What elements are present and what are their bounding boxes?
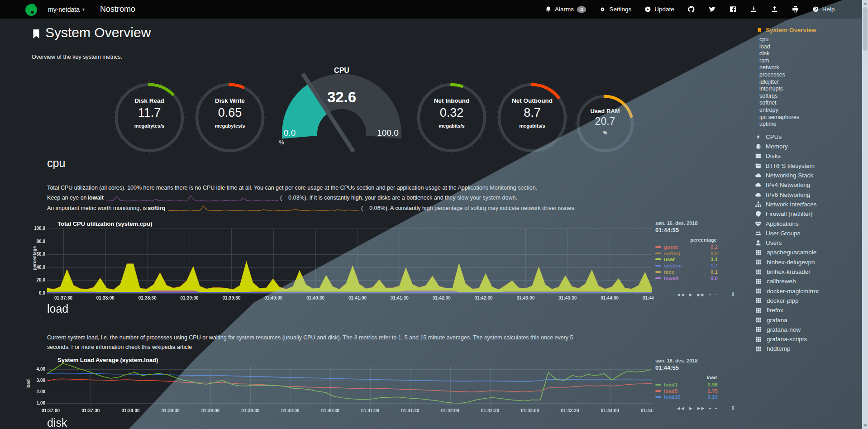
sidebar-app-grafana-scripts[interactable]: grafana-scripts <box>752 334 861 344</box>
sidebar-item-system-overview[interactable]: System Overview <box>752 20 861 36</box>
sidebar-item-processes[interactable]: processes <box>752 72 861 79</box>
sidebar-section-ipv6-networking[interactable]: IPv6 Networking <box>752 190 861 200</box>
chart-resize-handle[interactable]: ⇕ <box>730 405 735 411</box>
pan-forward-button[interactable]: ►► <box>696 292 705 297</box>
sidebar-section-users[interactable]: Users <box>752 238 861 248</box>
legend-item-softirq[interactable]: softirq0.0 <box>655 250 718 257</box>
legend-date: søn. 16. des. 2018 <box>655 358 718 364</box>
scroll-down-icon[interactable] <box>863 424 867 427</box>
scroll-up-icon[interactable] <box>863 2 867 5</box>
gauge-disk-read[interactable]: Disk Read11.7megabytes/s <box>112 80 187 155</box>
import-snapshot-button[interactable] <box>750 5 758 13</box>
iowait-keyword: iowait <box>88 193 104 203</box>
alarms-button[interactable]: Alarms 4 <box>545 6 586 13</box>
legend-item-load1[interactable]: load13.96 <box>655 381 718 388</box>
cpu-gauge-title: CPU <box>274 67 410 75</box>
help-button[interactable]: Help <box>812 6 835 13</box>
sidebar-section-ipv4-networking[interactable]: IPv4 Networking <box>752 180 861 190</box>
sidebar-app-hddtemp[interactable]: hddtemp <box>752 344 861 353</box>
grid-icon <box>755 346 762 352</box>
scrollbar-thumb[interactable] <box>863 7 868 51</box>
sidebar-item-network[interactable]: network <box>752 64 861 72</box>
sidebar-app-firefox[interactable]: firefox <box>752 305 861 315</box>
sidebar-item-uptime[interactable]: uptime <box>752 121 861 128</box>
sidebar-item-entropy[interactable]: entropy <box>752 107 861 114</box>
sidebar-item-softnet[interactable]: softnet <box>752 100 861 107</box>
cpu-gauge[interactable] <box>265 68 419 163</box>
sidebar-item-interrupts[interactable]: interrupts <box>752 86 861 93</box>
zoom-in-button[interactable]: + <box>708 292 710 297</box>
legend-item-load5[interactable]: load52.75 <box>655 388 718 394</box>
softirq-text: An important metric worth monitoring, is <box>47 204 147 213</box>
sidebar-section-user-groups[interactable]: User Groups <box>752 229 861 238</box>
softirq-sparkline-chart[interactable] <box>167 205 360 212</box>
sidebar-section-network-interfaces[interactable]: Network Interfaces <box>752 200 861 209</box>
sidebar-section-btrfs-filesystem[interactable]: BTRFS filesystem <box>752 161 861 171</box>
sidebar-app-grafana[interactable]: grafana <box>752 315 861 324</box>
sidebar-item-ipc-semaphores[interactable]: ipc semaphores <box>752 114 861 121</box>
chart-resize-handle[interactable]: ⇕ <box>730 291 735 298</box>
legend-time: 01:44:55 <box>655 364 718 372</box>
gauge-net-inbound[interactable]: Net Inbound0.32megabits/s <box>414 80 489 155</box>
sidebar-item-softirqs[interactable]: softirqs <box>752 93 861 100</box>
sidebar-app-apacheguacamole[interactable]: apacheguacamole <box>752 248 861 257</box>
sidebar-section-firewall-netfilter-[interactable]: Firewall (netfilter) <box>752 209 861 219</box>
iowait-sparkline-chart[interactable] <box>106 194 279 202</box>
sidebar-section-networking-stack[interactable]: Networking Stack <box>752 171 861 180</box>
sidebar-item-cpu[interactable]: cpu <box>752 36 861 43</box>
cpu-description: Total CPU utilization (all cores). 100% … <box>47 183 626 214</box>
sidebar-item-idlejitter[interactable]: idlejitter <box>752 79 861 86</box>
legend-item-guest[interactable]: guest0.2 <box>655 244 718 250</box>
legend-swatch <box>655 246 661 248</box>
sidebar-item-load[interactable]: load <box>752 43 861 51</box>
pan-forward-button[interactable]: ►► <box>696 405 705 411</box>
gauge-unit: megabytes/s <box>112 123 187 129</box>
scrollbar[interactable] <box>862 0 868 429</box>
cloud-icon <box>755 181 762 188</box>
update-button[interactable]: Update <box>644 6 674 13</box>
play-button[interactable]: ► <box>688 405 692 411</box>
facebook-button[interactable] <box>729 5 737 13</box>
github-button[interactable] <box>687 5 695 13</box>
sidebar-section-memory[interactable]: Memory <box>752 142 861 151</box>
gauge-used-ram[interactable]: Used RAM20.7% <box>573 92 637 155</box>
export-snapshot-button[interactable] <box>771 5 778 13</box>
pan-backward-button[interactable]: ◄◄ <box>676 405 684 411</box>
sidebar-app-docker-plpp[interactable]: docker-plpp <box>752 296 861 305</box>
sidebar-app-binhex-krusader[interactable]: binhex-krusader <box>752 267 861 276</box>
twitter-button[interactable] <box>708 5 716 13</box>
legend-item-user[interactable]: user3.1 <box>655 257 718 263</box>
legend-item-load15[interactable]: load153.13 <box>655 394 718 400</box>
sidebar-item-ram[interactable]: ram <box>752 57 861 65</box>
sidebar-section-applications[interactable]: Applications <box>752 219 861 228</box>
gauge-unit: % <box>573 130 637 135</box>
download-icon <box>750 5 758 13</box>
pan-backward-button[interactable]: ◄◄ <box>676 292 684 297</box>
play-button[interactable]: ► <box>688 292 692 297</box>
gauge-disk-write[interactable]: Disk Write0.65megabytes/s <box>192 80 267 155</box>
gauge-net-outbound[interactable]: Net Outbound8.7megabits/s <box>495 80 570 155</box>
zoom-out-button[interactable]: − <box>715 292 716 297</box>
hostname-dropdown[interactable]: my-netdata ▾ <box>48 6 85 13</box>
sidebar-section-disks[interactable]: Disks <box>752 151 861 161</box>
zoom-out-button[interactable]: − <box>715 405 716 411</box>
sidebar-item-disk[interactable]: disk <box>752 50 861 57</box>
print-button[interactable] <box>792 5 799 13</box>
sidebar-app-calibreweb[interactable]: calibreweb <box>752 276 861 286</box>
legend-item-system[interactable]: system1.7 <box>655 262 718 269</box>
sidebar-app-docker-magicmirror[interactable]: docker-magicmirror <box>752 286 861 296</box>
zoom-in-button[interactable]: + <box>708 405 710 411</box>
legend-item-nice[interactable]: nice0.1 <box>655 269 718 275</box>
navbar: my-netdata ▾ Nostromo Alarms 4 Settings … <box>0 0 868 19</box>
netdata-logo-icon[interactable] <box>24 3 38 16</box>
gauge-title: Used RAM <box>573 108 637 114</box>
sidebar-section-cpus[interactable]: CPUs <box>752 132 861 142</box>
sidebar-app-binhex-delugevpn[interactable]: binhex-delugevpn <box>752 257 861 267</box>
settings-button[interactable]: Settings <box>599 6 631 13</box>
legend-item-iowait[interactable]: iowait0.0 <box>655 275 718 281</box>
load-chart[interactable] <box>27 353 653 421</box>
sidebar-app-grafana-new[interactable]: grafana-new <box>752 325 861 334</box>
gauge-value: 11.7 <box>112 106 187 120</box>
cpu-chart[interactable] <box>27 219 653 308</box>
gauge-value: 0.32 <box>414 106 489 120</box>
